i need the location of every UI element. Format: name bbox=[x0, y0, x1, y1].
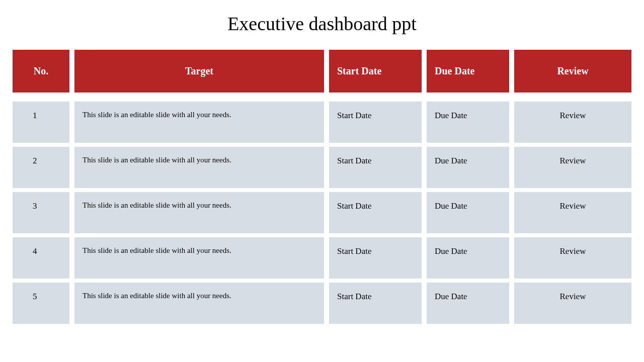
page-title: Executive dashboard ppt bbox=[13, 13, 631, 35]
cell-target: This slide is an editable slide with all… bbox=[74, 192, 324, 233]
table-row: 4 This slide is an editable slide with a… bbox=[13, 237, 631, 279]
cell-no: 3 bbox=[13, 192, 69, 233]
table-row: 2 This slide is an editable slide with a… bbox=[13, 147, 631, 188]
header-start-date: Start Date bbox=[329, 50, 422, 93]
cell-due-date: Due Date bbox=[427, 237, 509, 279]
dashboard-table: No. Target Start Date Due Date Review 1 … bbox=[13, 50, 631, 324]
cell-review: Review bbox=[514, 283, 631, 324]
cell-no: 2 bbox=[13, 147, 69, 188]
header-target: Target bbox=[74, 50, 324, 93]
header-no: No. bbox=[13, 50, 69, 93]
cell-target: This slide is an editable slide with all… bbox=[74, 147, 324, 188]
cell-start-date: Start Date bbox=[329, 192, 422, 233]
cell-start-date: Start Date bbox=[329, 237, 422, 279]
cell-start-date: Start Date bbox=[329, 283, 422, 324]
cell-review: Review bbox=[514, 147, 631, 188]
cell-due-date: Due Date bbox=[427, 102, 509, 143]
cell-target: This slide is an editable slide with all… bbox=[74, 237, 324, 279]
cell-target: This slide is an editable slide with all… bbox=[74, 102, 324, 143]
table-header-row: No. Target Start Date Due Date Review bbox=[13, 50, 631, 93]
cell-review: Review bbox=[514, 192, 631, 233]
cell-due-date: Due Date bbox=[427, 192, 509, 233]
table-row: 1 This slide is an editable slide with a… bbox=[13, 102, 631, 143]
cell-start-date: Start Date bbox=[329, 102, 422, 143]
header-due-date: Due Date bbox=[427, 50, 509, 93]
cell-no: 5 bbox=[13, 283, 69, 324]
table-row: 5 This slide is an editable slide with a… bbox=[13, 283, 631, 324]
cell-no: 4 bbox=[13, 237, 69, 279]
cell-due-date: Due Date bbox=[427, 283, 509, 324]
cell-start-date: Start Date bbox=[329, 147, 422, 188]
table-row: 3 This slide is an editable slide with a… bbox=[13, 192, 631, 233]
cell-due-date: Due Date bbox=[427, 147, 509, 188]
header-review: Review bbox=[514, 50, 631, 93]
cell-review: Review bbox=[514, 237, 631, 279]
cell-no: 1 bbox=[13, 102, 69, 143]
cell-target: This slide is an editable slide with all… bbox=[74, 283, 324, 324]
cell-review: Review bbox=[514, 102, 631, 143]
